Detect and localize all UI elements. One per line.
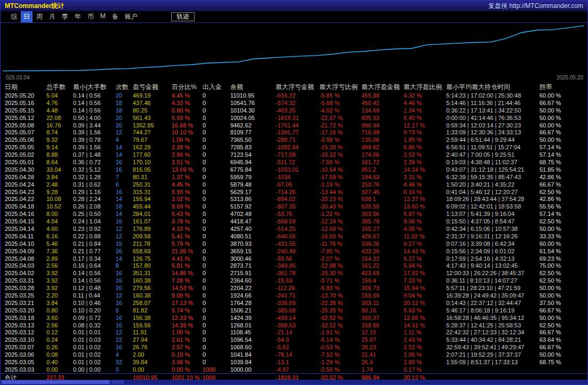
cell-pl: 258.07 <box>133 300 172 306</box>
header-posp[interactable]: 最大浮盈比例 <box>404 83 446 92</box>
table-row[interactable]: 2025.05.154.480.14 | 0.561880.250.80 %01… <box>1 107 587 114</box>
table-row[interactable]: 2025.04.032.560.16 | 0.648157.805.81 %02… <box>1 262 587 269</box>
cell-time: 0:17:59 | 2:54:16 | 4:32:13 <box>446 255 539 262</box>
table-row[interactable]: 2025.04.154.040.24 | 1.0416161.073.78 %0… <box>1 218 587 225</box>
header-count[interactable]: 次数 <box>116 83 133 92</box>
menu-item-week[interactable]: 周 <box>34 11 45 22</box>
table-row[interactable]: 2025.04.023.920.14 | 0.5616351.3114.86 %… <box>1 269 587 277</box>
table-row[interactable]: 2025.04.116.160.22 | 0.8812209.585.41 %0… <box>1 232 587 240</box>
cell-pct: 1.37 % <box>172 174 203 180</box>
table-row[interactable]: 2025.05.078.740.39 | 1.5612744.2710.10 %… <box>1 129 587 136</box>
cell-date: 2025.04.18 <box>5 203 46 210</box>
table-row[interactable]: 2025.03.213.840.10 | 0.4616258.0717.13 %… <box>1 299 587 307</box>
table-row[interactable]: 2025.05.018.640.36 | 0.7216170.102.51 %0… <box>1 158 587 166</box>
table-row[interactable]: 2025.03.030.000.00 | 0.0000.000.00 %1000… <box>1 366 587 373</box>
table-row[interactable]: 2025.03.200.800.10 | 0.20681.825.74 %015… <box>1 307 587 314</box>
cell-neg: -336.69 <box>276 300 319 306</box>
cell-pct: 0.19 % <box>172 351 203 358</box>
table-row[interactable]: 2025.05.205.040.14 | 0.5620469.194.45 %0… <box>1 92 587 99</box>
table-row[interactable]: 2025.05.1222.080.50 | 4.0020561.435.93 %… <box>1 114 587 122</box>
table-row[interactable]: 2025.03.120.120.01 | 0.011211.911.09 %01… <box>1 329 587 336</box>
table-row[interactable]: 2025.03.132.560.08 | 0.3216159.5614.39 %… <box>1 322 587 329</box>
menu-item-account[interactable]: 账户 <box>122 11 140 22</box>
horizontal-scrollbar[interactable] <box>1 380 587 384</box>
header-negp[interactable]: 最大浮亏比例 <box>319 83 361 92</box>
header-bal[interactable]: 余额 <box>230 83 276 92</box>
cell-count: 14 <box>116 196 133 202</box>
cell-minmax: 0.37 | 1.48 <box>73 151 116 158</box>
header-lots[interactable]: 总手数 <box>46 83 73 92</box>
table-row[interactable]: 2025.04.168.000.25 | 0.5014284.016.43 %0… <box>1 210 587 218</box>
cell-pos: 986.94 <box>361 122 404 129</box>
table-row[interactable]: 2025.03.100.240.01 | 0.032227.942.61 %01… <box>1 336 587 343</box>
cell-pos: 158.56 <box>361 322 404 328</box>
cell-pct: 5.93 % <box>172 189 203 195</box>
cell-pct: 2.51 % <box>172 159 203 165</box>
table-row[interactable]: 2025.04.2210.080.28 | 2.2414155.943.02 %… <box>1 195 587 203</box>
menu-item-m[interactable]: M <box>98 11 108 22</box>
table-row[interactable]: 2025.03.050.400.01 | 0.023239.843.98 %01… <box>1 358 587 366</box>
table-row[interactable]: 2025.05.059.140.39 | 1.5614162.292.28 %0… <box>1 143 587 151</box>
cell-neg: -361.78 <box>276 270 319 276</box>
table-row[interactable]: 2025.04.3033.040.32 | 5.1216816.0513.69 … <box>1 166 587 173</box>
table-row[interactable]: 2025.03.252.200.11 | 0.4412160.389.09 %0… <box>1 292 587 299</box>
cell-bal: 1506.21 <box>230 307 276 314</box>
table-row[interactable]: 2025.04.239.280.29 | 1.1616315.315.93 %0… <box>1 188 587 196</box>
table-row[interactable]: 2025.05.069.320.39 | 0.78479.671.09 %073… <box>1 136 587 143</box>
table-row[interactable]: 2025.04.144.600.23 | 0.9212176.894.33 %0… <box>1 225 587 232</box>
cell-date: 2025.05.07 <box>5 129 46 135</box>
cell-negp: -5.14 % <box>319 336 361 343</box>
cell-pl: 250.31 <box>133 181 172 188</box>
cell-date: 2025.03.06 <box>5 351 46 358</box>
menu-item-summary[interactable]: 综 <box>8 11 20 22</box>
header-neg[interactable]: 最大浮亏金额 <box>276 83 319 92</box>
cell-neg: -807.35 <box>276 203 319 210</box>
cell-minmax: 0.24 | 1.04 <box>73 218 116 224</box>
cell-bal: 5313.86 <box>230 196 276 202</box>
cell-win: 75.00 % <box>539 262 577 269</box>
cell-pct: 10.10 % <box>172 129 203 135</box>
menu-item-year[interactable]: 年 <box>72 11 84 22</box>
table-row[interactable]: 2025.04.105.460.21 | 0.8415211.785.79 %0… <box>1 240 587 247</box>
cell-minmax: 0.14 | 0.56 <box>73 270 116 276</box>
cell-date: 2025.04.08 <box>5 255 46 262</box>
table-row[interactable]: 2025.03.283.920.12 | 0.4820279.5614.53 %… <box>1 284 587 292</box>
menu-item-currency[interactable]: 币 <box>85 11 96 22</box>
menu-item-month[interactable]: 月 <box>46 11 58 22</box>
cell-bal: 1764.28 <box>230 300 276 306</box>
header-time[interactable]: 最小平均最大持仓时间 <box>446 83 539 92</box>
table-row[interactable]: 2025.03.070.260.01 | 0.021626.762.57 %01… <box>1 343 587 351</box>
menu-item-quarter[interactable]: 季 <box>59 11 71 22</box>
table-row[interactable]: 2025.03.183.600.09 | 0.7216156.3812.33 %… <box>1 314 587 322</box>
header-pos[interactable]: 最大浮盈金额 <box>361 83 404 92</box>
table-row[interactable]: 2025.05.028.880.37 | 1.4814177.602.56 %0… <box>1 151 587 158</box>
cell-negp: -4.02 % <box>319 107 361 114</box>
header-minmax[interactable]: 最小|大手数 <box>73 83 116 92</box>
header-date[interactable]: 日期 <box>5 83 46 92</box>
header-pct[interactable]: 百分比% <box>172 83 203 92</box>
table-row[interactable]: 2025.04.242.480.31 | 0.626250.314.45 %05… <box>1 181 587 188</box>
header-io[interactable]: 出入金 <box>203 83 230 92</box>
header-pl[interactable]: 盈亏金额 <box>133 83 172 92</box>
table-row[interactable]: 2025.03.313.920.14 | 0.5616160.387.28 %0… <box>1 277 587 284</box>
menu-item-day[interactable]: 日 <box>21 11 33 22</box>
menu-item-note[interactable]: 备 <box>109 11 121 22</box>
table-row[interactable]: 2025.04.283.840.32 | 1.28780.311.37 %059… <box>1 173 587 181</box>
cell-count: 18 <box>116 203 133 210</box>
table-row[interactable]: 2025.04.1810.520.26 | 2.0818455.449.69 %… <box>1 203 587 210</box>
cell-date: 2025.03.13 <box>5 322 46 328</box>
cell-bal: 1268.01 <box>230 322 276 328</box>
table-row[interactable]: 2025.05.164.760.14 | 0.5618437.464.33 %0… <box>1 99 587 107</box>
cell-negp: -5.68 % <box>319 100 361 106</box>
table-row[interactable]: 2025.03.060.080.01 | 0.0242.000.19 %0104… <box>1 351 587 358</box>
table-row[interactable]: 2025.04.082.890.17 | 0.3414126.754.41 %0… <box>1 255 587 262</box>
cell-posp: 12.37 % <box>404 196 446 202</box>
scrollbar-thumb[interactable] <box>2 380 110 384</box>
cell-pct: 3.02 % <box>172 196 203 202</box>
cell-negp: -11.79 % <box>319 240 361 247</box>
table-row[interactable]: 2025.04.097.360.21 | 0.7726658.6921.95 %… <box>1 247 587 255</box>
track-button[interactable]: 轨迹 <box>171 12 195 21</box>
header-win[interactable]: 胜率 <box>539 83 577 92</box>
cell-lots: 33.04 <box>46 166 73 173</box>
table-row[interactable]: 2025.05.0816.760.39 | 3.44201352.8516.68… <box>1 122 587 129</box>
